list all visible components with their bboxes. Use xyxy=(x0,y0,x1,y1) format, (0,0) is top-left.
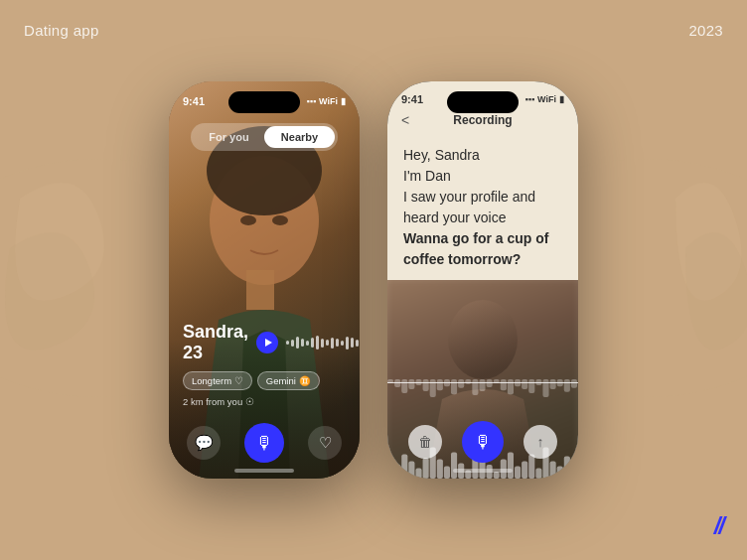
home-indicator-right xyxy=(453,469,513,473)
heart-button[interactable]: ♡ xyxy=(308,426,342,460)
svg-rect-41 xyxy=(494,472,500,479)
dynamic-island-right xyxy=(447,91,519,113)
profile-name: Sandra, 23 xyxy=(183,322,248,363)
svg-rect-13 xyxy=(394,465,400,479)
svg-point-8 xyxy=(272,215,288,225)
svg-rect-11 xyxy=(387,472,393,479)
back-button[interactable]: < xyxy=(401,112,409,128)
waveform xyxy=(286,336,360,350)
profile-info: Sandra, 23 Longterm ♡Gemini ♊ 2 km from … xyxy=(183,322,346,407)
battery-icon-right: ▮ xyxy=(559,94,564,104)
app-title-label: Dating app xyxy=(24,22,99,39)
svg-rect-58 xyxy=(550,379,556,389)
svg-rect-59 xyxy=(557,466,563,479)
status-icons-right: ▪▪▪ WiFi ▮ xyxy=(525,94,565,104)
signal-icon-right: ▪▪▪ xyxy=(525,94,535,104)
svg-point-7 xyxy=(240,215,256,225)
phone-right: 9:41 ▪▪▪ WiFi ▮ < Recording Hey, SandraI… xyxy=(387,81,578,479)
home-indicator-left xyxy=(234,469,294,473)
svg-rect-63 xyxy=(571,464,577,479)
svg-rect-57 xyxy=(550,462,556,480)
toggle-tabs: For you Nearby xyxy=(191,123,338,151)
recording-title: Recording xyxy=(453,113,512,127)
svg-rect-6 xyxy=(246,270,274,310)
action-bar-left: 💬 🎙 ♡ xyxy=(169,423,360,463)
year-label: 2023 xyxy=(688,22,723,39)
recording-screen: 9:41 ▪▪▪ WiFi ▮ < Recording Hey, SandraI… xyxy=(387,81,578,479)
svg-rect-47 xyxy=(515,466,521,479)
tab-for-you[interactable]: For you xyxy=(194,126,264,148)
message-line: I'm Dan xyxy=(403,168,451,184)
brand-mark: // xyxy=(714,512,723,540)
svg-rect-27 xyxy=(444,466,450,479)
svg-rect-18 xyxy=(408,379,414,389)
status-time-left: 9:41 xyxy=(183,95,205,107)
signal-icon: ▪▪▪ xyxy=(307,96,317,106)
wifi-icon-right: WiFi xyxy=(537,94,556,104)
recording-message: Hey, SandraI'm DanI saw your profile and… xyxy=(403,145,562,270)
svg-rect-14 xyxy=(394,379,400,387)
wifi-icon: WiFi xyxy=(319,96,338,106)
svg-rect-32 xyxy=(458,379,464,388)
tab-nearby[interactable]: Nearby xyxy=(264,126,335,148)
svg-rect-64 xyxy=(571,379,577,388)
phones-container: 9:41 ▪▪▪ WiFi ▮ For you Nearby Sandra, 2… xyxy=(169,81,578,479)
svg-rect-17 xyxy=(408,462,414,480)
message-button[interactable]: 💬 xyxy=(187,426,221,460)
message-line: Hey, Sandra xyxy=(403,147,480,163)
record-button[interactable]: 🎙 xyxy=(462,421,504,463)
svg-point-10 xyxy=(448,300,518,379)
mic-button[interactable]: 🎙 xyxy=(244,423,284,463)
svg-rect-40 xyxy=(487,379,493,387)
status-time-right: 9:41 xyxy=(401,93,423,105)
svg-rect-53 xyxy=(535,469,541,480)
svg-rect-19 xyxy=(415,469,421,480)
play-button[interactable] xyxy=(256,332,278,353)
phone-left: 9:41 ▪▪▪ WiFi ▮ For you Nearby Sandra, 2… xyxy=(169,81,360,479)
svg-rect-49 xyxy=(522,462,527,480)
battery-icon: ▮ xyxy=(341,96,346,106)
status-icons-left: ▪▪▪ WiFi ▮ xyxy=(307,96,347,106)
dynamic-island-left xyxy=(228,91,300,113)
recording-action-bar: 🗑 🎙 ↑ xyxy=(387,421,578,463)
profile-tags: Longterm ♡Gemini ♊ xyxy=(183,371,346,390)
svg-rect-50 xyxy=(522,379,527,389)
profile-tag: Gemini ♊ xyxy=(257,371,320,390)
profile-distance: 2 km from you ☉ xyxy=(183,396,346,407)
recording-text-area: Hey, SandraI'm DanI saw your profile and… xyxy=(387,135,578,280)
profile-tag: Longterm ♡ xyxy=(183,371,252,390)
send-button[interactable]: ↑ xyxy=(523,425,557,459)
message-line: I saw your profile and heard your voice xyxy=(403,189,535,225)
delete-button[interactable]: 🗑 xyxy=(408,425,442,459)
profile-name-row: Sandra, 23 xyxy=(183,322,346,363)
message-line: Wanna go for a cup of coffee tomorrow? xyxy=(403,230,548,267)
